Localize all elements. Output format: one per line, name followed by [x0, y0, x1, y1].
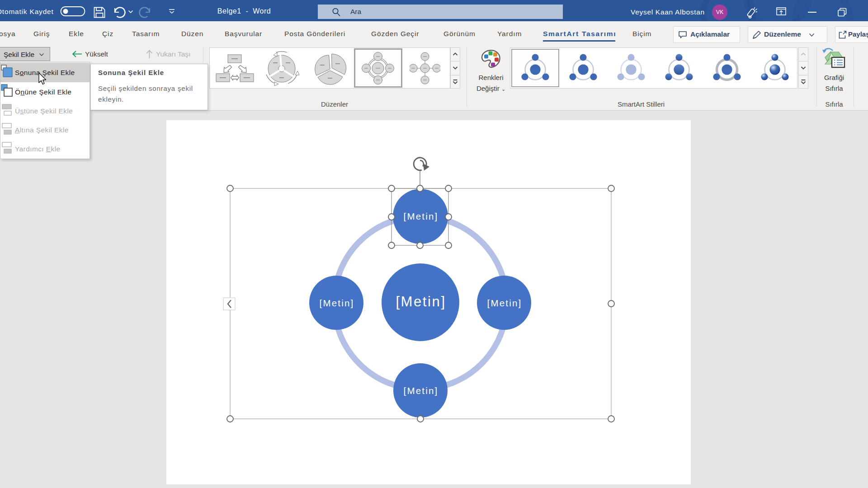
- svg-text:[Metin]: [Metin]: [404, 211, 439, 221]
- svg-text:[Metin]: [Metin]: [404, 385, 439, 396]
- svg-text:[Metin]: [Metin]: [320, 298, 354, 308]
- svg-text:[Metin]: [Metin]: [487, 298, 522, 308]
- svg-text:[Metin]: [Metin]: [396, 294, 446, 310]
